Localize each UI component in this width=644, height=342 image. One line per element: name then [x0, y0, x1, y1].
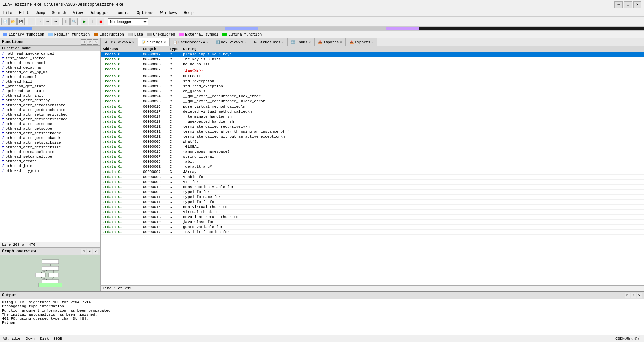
table-row[interactable]: .rdata:0… 0000001B C covariant return th…: [101, 215, 644, 220]
function-item[interactable]: fpthread_delay_np: [0, 65, 100, 70]
table-row[interactable]: .rdata:0… 0000000B C eh_globals: [101, 89, 644, 94]
function-item[interactable]: fpthread_attr_getinheritsched: [0, 117, 100, 122]
functions-minimize-btn[interactable]: □: [81, 39, 86, 45]
table-row[interactable]: .rdata:0… 00000009 C VTT for: [101, 180, 644, 185]
close-button[interactable]: ✕: [633, 1, 641, 8]
functions-close-btn[interactable]: ✕: [93, 39, 98, 45]
toolbar-play[interactable]: ▶: [81, 18, 88, 25]
table-row[interactable]: .rdata:0… 00000012 C The key is 8 bits: [101, 57, 644, 62]
toolbar-back[interactable]: ←: [28, 18, 35, 25]
table-row[interactable]: .rdata:0… 00000024 C __gnu_cxx::__concur…: [101, 94, 644, 99]
tab-exports[interactable]: 📤 Exports ✕: [346, 38, 377, 46]
table-row[interactable]: .rdata:0… 00000017 C __terminate_handler…: [101, 114, 644, 119]
toolbar-save[interactable]: 💾: [17, 18, 25, 25]
tab-close[interactable]: ✕: [132, 40, 134, 44]
function-item[interactable]: fpthread_kill: [0, 79, 100, 84]
function-item[interactable]: fpthread_join: [0, 164, 100, 168]
strings-table[interactable]: .rdata:0… 00000017 C please input your k…: [101, 52, 644, 285]
toolbar-stop[interactable]: ⏹: [97, 18, 104, 25]
function-item[interactable]: fpthread_attr_setscope: [0, 122, 100, 126]
tab-close[interactable]: ✕: [309, 40, 311, 44]
tab-close[interactable]: ✕: [340, 40, 342, 44]
toolbar-back2[interactable]: ↩: [44, 18, 51, 25]
table-row[interactable]: .rdata:0… 00000026 C __gnu_cxx::__concur…: [101, 99, 644, 104]
tab-close[interactable]: ✕: [245, 40, 246, 44]
function-item[interactable]: fpthread_cancel: [0, 75, 100, 79]
table-row[interactable]: .rdata:0… 0000001C C pure virtual method…: [101, 104, 644, 109]
function-item[interactable]: ftest_cancel_locked: [0, 56, 100, 61]
table-row[interactable]: .rdata:0… 00000014 C guard variable for: [101, 225, 644, 230]
menu-item-file[interactable]: File: [1, 10, 14, 16]
table-row[interactable]: .rdata:0… 0000001F C deleted virtual met…: [101, 109, 644, 114]
table-row[interactable]: .rdata:0… 00000031 C terminate called af…: [101, 129, 644, 134]
table-row[interactable]: .rdata:0… 00000009 C flag{%s}←: [101, 67, 644, 74]
function-item[interactable]: fpthread_tryjoin: [0, 168, 100, 173]
table-row[interactable]: .rdata:0… 00000017 C please input your k…: [101, 52, 644, 57]
function-item[interactable]: fpthread_attr_init: [0, 93, 100, 98]
menu-item-edit[interactable]: Edit: [18, 10, 30, 16]
table-row[interactable]: .rdata:0… 00000010 C java Class for: [101, 220, 644, 225]
menu-item-search[interactable]: Search: [50, 10, 67, 16]
function-item[interactable]: fpthread_attr_setdetachstate: [0, 103, 100, 108]
functions-list[interactable]: f_pthread_invoke_cancelftest_cancel_lock…: [0, 51, 100, 242]
table-row[interactable]: .rdata:0… 0000002E C terminate called wi…: [101, 134, 644, 139]
function-item[interactable]: fpthread_attr_setstacksize: [0, 140, 100, 145]
output-minimize-btn[interactable]: □: [625, 293, 630, 298]
table-row[interactable]: .rdata:0… 00000016 C (anonymous namespac…: [101, 149, 644, 154]
graph-close-btn[interactable]: ✕: [93, 249, 98, 254]
table-row[interactable]: .rdata:0… 00000016 C non-virtual thunk t…: [101, 205, 644, 210]
minimize-button[interactable]: ─: [614, 1, 623, 8]
function-item[interactable]: f_pthread_set_state: [0, 89, 100, 93]
table-row[interactable]: .rdata:0… 0000000C C vtable for: [101, 175, 644, 180]
table-row[interactable]: .rdata:0… 0000001E C terminate called re…: [101, 124, 644, 129]
debugger-dropdown[interactable]: No debugger: [108, 18, 148, 25]
graph-float-btn[interactable]: ↗: [87, 249, 92, 254]
function-item[interactable]: fpthread_attr_setstackaddr: [0, 131, 100, 136]
table-row[interactable]: .rdata:0… 0000000E C [default arg#: [101, 164, 644, 169]
function-item[interactable]: fpthread_testcancel: [0, 61, 100, 65]
tab-close[interactable]: ✕: [206, 40, 208, 44]
function-item[interactable]: fpthread_attr_destroy: [0, 98, 100, 103]
function-item[interactable]: f_pthread_get_state: [0, 84, 100, 89]
tab-close[interactable]: ✕: [164, 40, 166, 44]
table-row[interactable]: .rdata:0… 00000009 C HELLOCTF: [101, 74, 644, 79]
table-row[interactable]: .rdata:0… 00000011 C typeinfo fn for: [101, 200, 644, 205]
tab-close[interactable]: ✕: [282, 40, 283, 44]
table-row[interactable]: .rdata:0… 00000012 C virtual thunk to: [101, 210, 644, 215]
function-item[interactable]: fpthread_attr_getstacksize: [0, 145, 100, 150]
tab-pseudocodea[interactable]: 📋 Pseudocode-A ✕: [169, 38, 212, 46]
tab-enums[interactable]: 🔤 Enums ✕: [287, 38, 314, 46]
menu-item-options[interactable]: Options: [135, 10, 155, 16]
function-item[interactable]: fpthread_attr_getscope: [0, 126, 100, 131]
toolbar-fwd2[interactable]: ↪: [52, 18, 59, 25]
tab-idaviewa[interactable]: 🖥 IDA View-A ✕: [101, 38, 138, 46]
table-row[interactable]: .rdata:0… 00000011 C typeinfo name for: [101, 195, 644, 200]
toolbar-open[interactable]: 📂: [9, 18, 17, 25]
table-row[interactable]: .rdata:0… 0000000F C string literal: [101, 154, 644, 159]
function-item[interactable]: fpthread_attr_setinheritsched: [0, 112, 100, 117]
table-row[interactable]: .rdata:0… 00000018 C __unexpected_handle…: [101, 119, 644, 124]
tab-strings[interactable]: 📝 Strings ✕: [138, 38, 169, 46]
toolbar-fwd[interactable]: →: [36, 18, 43, 25]
table-row[interactable]: .rdata:0… 00000017 C TLS init function f…: [101, 230, 644, 235]
table-row[interactable]: .rdata:0… 0000000E C typeinfo for: [101, 190, 644, 195]
table-row[interactable]: .rdata:0… 00000006 C [abi:: [101, 159, 644, 164]
function-item[interactable]: fpthread_create: [0, 159, 100, 164]
toolbar-hex[interactable]: H: [62, 18, 70, 25]
function-item[interactable]: fpthread_attr_getdetachstate: [0, 108, 100, 112]
toolbar-search[interactable]: 🔍: [70, 18, 78, 25]
toolbar-pause[interactable]: ⏸: [89, 18, 96, 25]
function-item[interactable]: fpthread_setcanceltype: [0, 154, 100, 159]
table-row[interactable]: .rdata:0… 0000000C C what():: [101, 139, 644, 144]
tab-close[interactable]: ✕: [372, 40, 373, 44]
tab-hexview1[interactable]: 🔢 Hex View-1 ✕: [212, 38, 250, 46]
menu-item-windows[interactable]: Windows: [159, 10, 178, 16]
function-item[interactable]: fpthread_delay_np_ms: [0, 70, 100, 75]
output-float-btn[interactable]: ↗: [631, 293, 636, 298]
menu-item-view[interactable]: View: [72, 10, 84, 16]
functions-float-btn[interactable]: ↗: [87, 39, 92, 45]
table-row[interactable]: .rdata:0… 00000019 C construction vtable…: [101, 185, 644, 190]
function-item[interactable]: fpthread_setcancelstate: [0, 150, 100, 154]
menu-item-jump[interactable]: Jump: [34, 10, 47, 16]
graph-minimize-btn[interactable]: □: [81, 249, 86, 254]
